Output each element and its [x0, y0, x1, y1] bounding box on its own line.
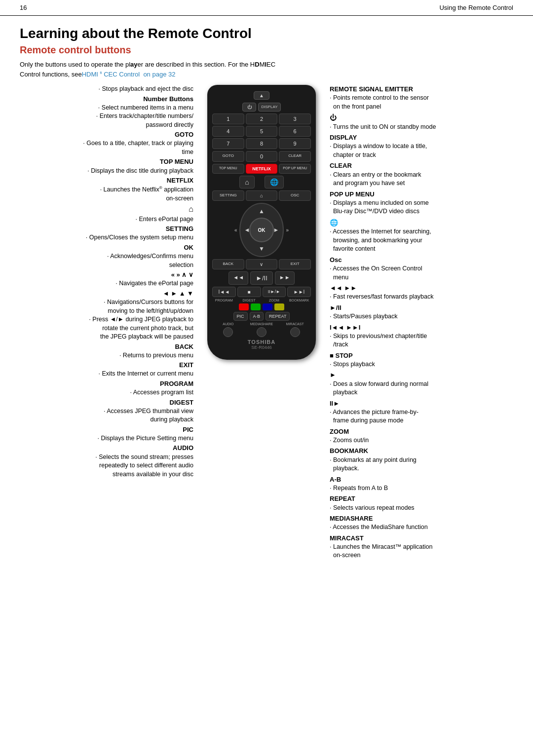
- nav-right-side-btn[interactable]: »: [286, 227, 289, 233]
- setting-button[interactable]: SETTING: [212, 190, 244, 201]
- yellow-button[interactable]: [274, 303, 284, 310]
- left-column: · Stops playback and eject the disc Numb…: [20, 85, 197, 562]
- goto-zero-clear-row: GOTO 0 CLEAR: [212, 151, 311, 162]
- fast-forward-button[interactable]: ►►: [275, 271, 295, 285]
- ff-rew-right: ◄◄ ►► · Fast reverses/fast forwards play…: [330, 284, 513, 302]
- clear-button[interactable]: CLEAR: [279, 151, 311, 162]
- nav-down2-btn[interactable]: ∨: [246, 259, 278, 269]
- frame-adv-right: II► · Advances the picture frame-by- fra…: [330, 399, 513, 425]
- miracast-label-small: MIRACAST: [279, 322, 311, 326]
- pic-button[interactable]: PIC: [233, 312, 248, 321]
- eject-button[interactable]: ▲: [254, 91, 269, 100]
- home-label: ⌂ · Enters ePortal page: [20, 204, 193, 224]
- back-label: BACK · Returns to previous menu: [20, 342, 193, 360]
- prev-chapter-button[interactable]: I◄◄: [212, 287, 236, 297]
- goto-button[interactable]: GOTO: [212, 151, 244, 162]
- clear-right: CLEAR · Clears an entry or the bookmark …: [330, 161, 513, 188]
- play-pause-button[interactable]: ►/II: [250, 271, 273, 285]
- num-6[interactable]: 6: [279, 126, 311, 137]
- exit-button[interactable]: EXIT: [279, 259, 311, 269]
- num-1[interactable]: 1: [212, 113, 244, 124]
- skip-right: I◄◄ ►►I · Skips to previous/next chapter…: [330, 323, 513, 349]
- exit-label: EXIT · Exits the Internet or current men…: [20, 361, 193, 378]
- audio-label: AUDIO · Selects the sound stream; presse…: [20, 444, 193, 479]
- audio-label-small: AUDIO: [212, 322, 244, 326]
- top-menu-label: TOP MENU · Displays the disc title durin…: [20, 157, 193, 175]
- goto-label: GOTO · Goes to a title, chapter, track o…: [20, 130, 193, 156]
- next-chapter-button[interactable]: ►►I: [287, 287, 311, 297]
- display-button[interactable]: DISPLAY: [258, 103, 280, 112]
- rewind-button[interactable]: ◄◄: [228, 271, 248, 285]
- top-menu-button[interactable]: TOP MENU: [212, 164, 244, 174]
- bookmark-label-small: BOOKMARK: [287, 299, 311, 302]
- intro-text: Only the buttons used to operate the pla…: [20, 60, 513, 79]
- eject-label: · Stops playback and eject the disc: [20, 85, 193, 94]
- audio-circle-btn[interactable]: [212, 327, 244, 337]
- num-4[interactable]: 4: [212, 126, 244, 137]
- osc-button[interactable]: OSC: [279, 190, 311, 201]
- power-display-row: ⏻ DISPLAY: [212, 103, 311, 112]
- nav-up-btn[interactable]: ▲: [259, 208, 265, 215]
- number-buttons-label: Number Buttons · Select numbered items i…: [20, 95, 193, 130]
- home-button[interactable]: ⌂: [239, 176, 254, 189]
- num-7[interactable]: 7: [212, 138, 244, 149]
- page-wrapper: 16 Using the Remote Control Learning abo…: [0, 0, 533, 572]
- repeat-button[interactable]: REPEAT: [266, 312, 290, 321]
- green-button[interactable]: [251, 303, 261, 310]
- red-button[interactable]: [239, 303, 249, 310]
- main-title: Learning about the Remote Control: [20, 26, 513, 41]
- hdmi-cec-link[interactable]: HDMI fi CEC Control on page 32: [82, 71, 176, 78]
- nav-left-side-btn[interactable]: «: [234, 227, 237, 233]
- back-exit-row: BACK ∨ EXIT: [212, 259, 311, 269]
- pop-up-menu-button[interactable]: POP UP MENU: [279, 164, 311, 174]
- netflix-button[interactable]: NETFLIX: [246, 164, 278, 174]
- nav-down-btn[interactable]: ▼: [259, 245, 265, 252]
- blue-button[interactable]: [263, 303, 272, 310]
- page-title: Using the Remote Control: [439, 4, 513, 11]
- num-0[interactable]: 0: [246, 151, 278, 162]
- netflix-label: NETFLIX · Launches the Netflix® applicat…: [20, 176, 193, 203]
- back-button[interactable]: BACK: [212, 259, 244, 269]
- pic-label: PIC · Displays the Picture Setting menu: [20, 425, 193, 443]
- power-button[interactable]: ⏻: [242, 103, 256, 112]
- num-5[interactable]: 5: [246, 126, 278, 137]
- number-grid: 1 2 3 4 5 6 7 8 9: [212, 113, 311, 149]
- num-2[interactable]: 2: [246, 113, 278, 124]
- home2-button[interactable]: ⌂: [246, 190, 278, 201]
- audio-circle-icon: [223, 327, 233, 337]
- play-pause-right: ►/II · Starts/Pauses playback: [330, 303, 513, 321]
- stop-button[interactable]: ■: [237, 287, 261, 297]
- num-8[interactable]: 8: [246, 138, 278, 149]
- ok-button[interactable]: OK: [249, 218, 274, 242]
- miracast-right: MIRACAST · Launches the Miracast™ applic…: [330, 534, 513, 560]
- program-label-small: PROGRAM: [212, 299, 236, 302]
- zoom-right: ZOOM · Zooms out/in: [330, 427, 513, 445]
- page-header: 16 Using the Remote Control: [0, 0, 533, 16]
- miracast-circle-btn[interactable]: [279, 327, 311, 337]
- center-column: ▲ ⏻ DISPLAY 1 2 3 4 5 6: [197, 85, 326, 562]
- nav-right-btn[interactable]: ►: [273, 227, 279, 233]
- mediashare-label-small: MEDIASHARE: [246, 322, 278, 326]
- internet-button[interactable]: 🌐: [265, 176, 284, 189]
- internet-right: 🌐 · Accesses the Internet for searching,…: [330, 218, 513, 254]
- ab-button[interactable]: A·B: [250, 312, 264, 321]
- program-label: PROGRAM · Accesses program list: [20, 379, 193, 397]
- stop-right: ■ STOP · Stops playback: [330, 351, 513, 369]
- main-layout: · Stops playback and eject the disc Numb…: [20, 85, 513, 562]
- nav-outer-ring: ▲ ▼ ◄ ► OK: [239, 203, 284, 257]
- display-right: DISPLAY · Displays a window to locate a …: [330, 133, 513, 159]
- num-3[interactable]: 3: [279, 113, 311, 124]
- osc-right: Osc · Accesses the On Screen Control men…: [330, 256, 513, 282]
- slow-next-button[interactable]: II►/►: [263, 287, 286, 297]
- num-9[interactable]: 9: [279, 138, 311, 149]
- remote-top: ▲: [212, 91, 311, 100]
- digest-label: DIGEST · Accesses JPEG thumbnail view du…: [20, 398, 193, 424]
- mediashare-circle-btn[interactable]: [246, 327, 278, 337]
- setting-label: SETTING · Opens/Closes the system setup …: [20, 225, 193, 242]
- mediashare-circle-icon: [257, 327, 266, 337]
- repeat-right: REPEAT · Selects various repeat modes: [330, 494, 513, 512]
- btn-label-row: PROGRAM DIGEST ZOOM BOOKMARK: [212, 299, 311, 302]
- nav-symbols-label: « » ∧ ∨ · Navigates the ePortal page: [20, 270, 193, 288]
- sub-title: Remote control buttons: [20, 44, 513, 56]
- pop-up-right: POP UP MENU · Displays a menu included o…: [330, 190, 513, 216]
